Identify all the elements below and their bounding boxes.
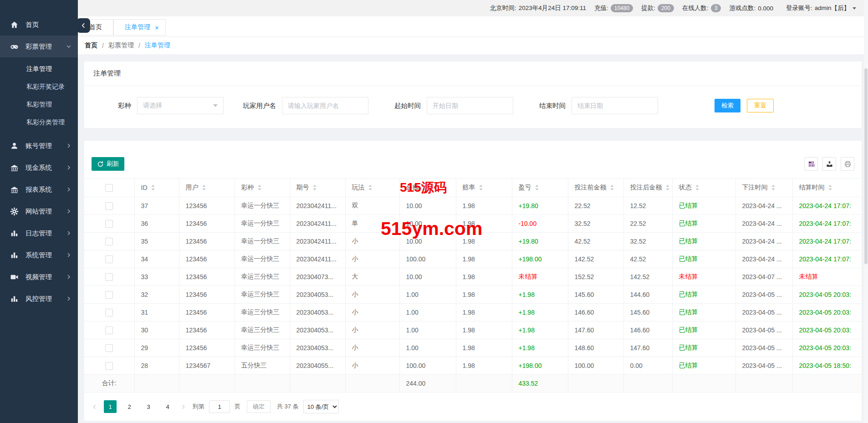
refresh-button[interactable]: 刷新: [92, 157, 124, 171]
time-label: 北京时间:: [490, 4, 516, 12]
sidebar-item-chart[interactable]: 风控管理: [0, 288, 78, 310]
breadcrumb-home[interactable]: 首页: [85, 41, 97, 50]
end-date-input[interactable]: [572, 97, 658, 114]
page-size-select[interactable]: 10 条/页: [303, 400, 339, 413]
cell-play: 小: [345, 339, 399, 357]
sort-icon[interactable]: [535, 184, 539, 191]
sidebar-item-bank[interactable]: 现金系统: [0, 157, 78, 178]
cell-before: 42.52: [568, 233, 623, 250]
sidebar-item-gear[interactable]: 网站管理: [0, 200, 78, 222]
lottery-type-select[interactable]: 请选择: [137, 97, 224, 114]
column-header[interactable]: 赔率: [456, 178, 512, 197]
sort-icon[interactable]: [151, 184, 155, 191]
sidebar-subitem[interactable]: 私彩分类管理: [0, 113, 78, 131]
print-button[interactable]: [841, 157, 854, 171]
start-date-input[interactable]: [427, 97, 513, 114]
page-button-3[interactable]: 3: [142, 400, 155, 413]
sidebar-item-gamepad[interactable]: 彩票管理: [0, 36, 78, 57]
sort-icon[interactable]: [202, 184, 206, 191]
row-checkbox[interactable]: [105, 273, 113, 281]
sidebar-item-video[interactable]: 视频管理: [0, 266, 78, 288]
sort-icon[interactable]: [665, 184, 670, 191]
cell-user: 123456: [179, 304, 235, 321]
prev-page-button[interactable]: [92, 404, 97, 410]
sidebar-item-home[interactable]: 首页: [0, 14, 78, 36]
row-checkbox[interactable]: [105, 344, 113, 352]
scrollbar[interactable]: [864, 0, 868, 423]
table-row: 36123456幸运一分快三2023042411...单10.001.98-10…: [84, 215, 862, 233]
row-checkbox[interactable]: [105, 291, 113, 299]
column-header[interactable]: 结算时间: [792, 178, 862, 197]
sidebar-item-user[interactable]: 账号管理: [0, 135, 78, 157]
column-header[interactable]: ID: [134, 178, 179, 197]
select-all-checkbox[interactable]: [105, 184, 113, 192]
scrollbar-thumb[interactable]: [864, 68, 868, 264]
chevron-right-icon: [180, 404, 186, 410]
row-checkbox[interactable]: [105, 362, 113, 370]
row-checkbox[interactable]: [105, 238, 113, 245]
column-header[interactable]: 用户: [179, 178, 235, 197]
column-header[interactable]: 金额: [399, 178, 456, 197]
player-username-input[interactable]: [282, 97, 368, 114]
row-checkbox[interactable]: [105, 326, 113, 334]
home-icon: [10, 20, 19, 29]
row-checkbox[interactable]: [105, 255, 113, 263]
columns-toggle-button[interactable]: [804, 157, 818, 171]
sort-icon[interactable]: [610, 184, 614, 191]
cell-lottery: 幸运三分快三: [235, 304, 290, 321]
goto-page-input[interactable]: [209, 400, 230, 413]
table-row: 31123456幸运三分快三202304053...小1.001.98+1.98…: [84, 304, 862, 321]
page-button-2[interactable]: 2: [123, 400, 136, 413]
reset-button[interactable]: 重置: [747, 99, 774, 112]
row-checkbox[interactable]: [105, 309, 113, 316]
column-header[interactable]: 投注前金额: [568, 178, 623, 197]
sidebar-subitem[interactable]: 私彩管理: [0, 96, 78, 113]
page-button-1[interactable]: 1: [104, 400, 117, 413]
cell-before: 22.52: [568, 197, 623, 215]
column-header[interactable]: 彩种: [235, 178, 290, 197]
row-checkbox[interactable]: [105, 202, 113, 210]
column-header[interactable]: 下注时间: [735, 178, 792, 197]
sort-icon[interactable]: [828, 184, 832, 191]
next-page-button[interactable]: [180, 404, 186, 410]
withdraw-badge[interactable]: 200: [658, 4, 674, 12]
sidebar-item-chart[interactable]: 系统管理: [0, 244, 78, 266]
online-badge[interactable]: 3: [711, 4, 721, 12]
sort-icon[interactable]: [257, 184, 262, 191]
sort-icon[interactable]: [368, 184, 373, 191]
column-header[interactable]: 状态: [672, 178, 735, 197]
close-icon[interactable]: ×: [155, 24, 159, 31]
confirm-page-button[interactable]: 确定: [247, 400, 271, 413]
row-checkbox[interactable]: [105, 220, 113, 228]
recharge-badge[interactable]: 10480: [611, 4, 633, 12]
goto-prefix: 到第: [193, 403, 204, 411]
cell-odds: 1.98: [456, 215, 512, 233]
sort-icon[interactable]: [771, 184, 776, 191]
gamepad-icon: [10, 42, 19, 51]
sort-icon[interactable]: [312, 184, 317, 191]
sidebar-collapse-button[interactable]: [77, 18, 90, 33]
sidebar-item-chart[interactable]: 日志管理: [0, 222, 78, 244]
sidebar-subitem[interactable]: 注单管理: [0, 60, 78, 78]
breadcrumb-lottery-management[interactable]: 彩票管理: [108, 41, 134, 50]
sort-icon[interactable]: [479, 184, 483, 191]
search-button[interactable]: 检索: [715, 99, 740, 112]
sort-icon[interactable]: [422, 184, 427, 191]
withdraw-label: 提款:: [641, 4, 655, 12]
sidebar-submenu: 注单管理私彩开奖记录私彩管理私彩分类管理: [0, 57, 78, 135]
column-header[interactable]: 期号: [290, 178, 345, 197]
table-row: 29123456幸运三分快三202304053...小1.001.98+1.98…: [84, 339, 862, 357]
table-row: 32123456幸运三分快三202304053...小1.001.98+1.98…: [84, 286, 862, 304]
tab-order-management[interactable]: 注单管理 ×: [113, 19, 166, 36]
column-header[interactable]: 盈亏: [512, 178, 568, 197]
page-button-4[interactable]: 4: [161, 400, 174, 413]
sidebar-item-bank[interactable]: 报表系统: [0, 178, 78, 200]
column-header[interactable]: 玩法: [345, 178, 399, 197]
column-header[interactable]: 投注后金额: [623, 178, 672, 197]
sidebar-subitem[interactable]: 私彩开奖记录: [0, 78, 78, 96]
account-menu[interactable]: 登录账号: admin【后】: [786, 4, 856, 12]
sort-icon[interactable]: [695, 184, 700, 191]
export-button[interactable]: [822, 157, 836, 171]
table-body: 37123456幸运一分快三2023042411...双10.001.98+19…: [84, 197, 862, 392]
sidebar-item-label: 彩票管理: [26, 42, 52, 51]
